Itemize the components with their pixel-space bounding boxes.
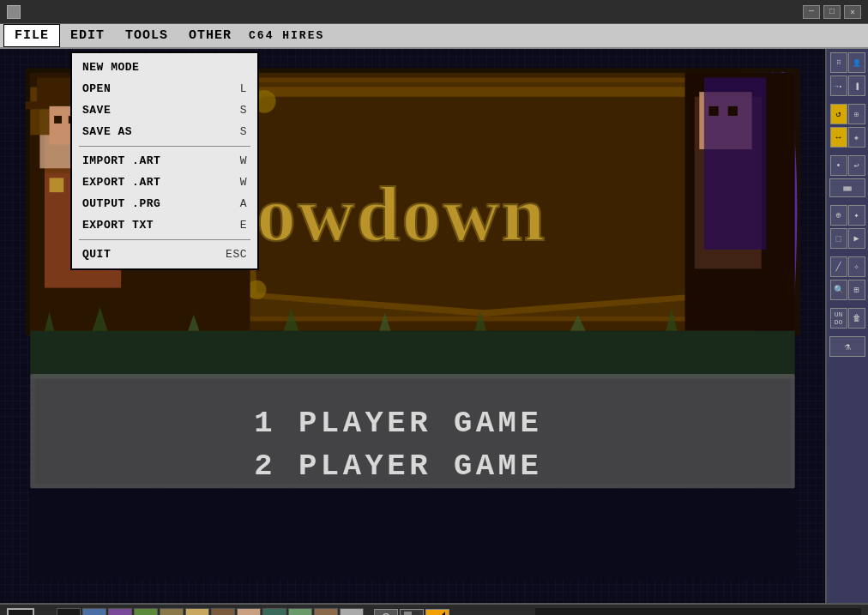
menu-open[interactable]: OPEN L	[72, 78, 257, 99]
circle-tool[interactable]: ↩	[848, 155, 865, 176]
svg-rect-33	[30, 331, 794, 379]
rotate-ccw-tool[interactable]: ↺	[830, 104, 847, 124]
zoom-tool[interactable]: 🔍	[830, 280, 847, 300]
dots-tool[interactable]: ⠿	[830, 52, 847, 73]
open-shortcut: L	[240, 82, 247, 95]
menu-tools[interactable]: TOOLS	[115, 25, 178, 46]
export-txt-shortcut: E	[240, 219, 247, 232]
close-button[interactable]: ✕	[844, 5, 861, 19]
svg-text:1 PLAYER GAME: 1 PLAYER GAME	[254, 406, 542, 441]
checkerboard-tool[interactable]: ▦▦	[829, 178, 865, 197]
color-palette	[57, 608, 364, 615]
separator-2	[79, 239, 250, 240]
palette-color-purple[interactable]	[108, 608, 132, 615]
figure-tool[interactable]: 👤	[848, 52, 865, 73]
app-container: FILE EDIT TOOLS OTHER C64 HIRES NEW MODE…	[0, 24, 868, 615]
palette-color-peach[interactable]	[237, 608, 261, 615]
svg-text:howdown: howdown	[211, 171, 546, 257]
import-art-shortcut: w	[240, 154, 247, 167]
right-toolbar: ⠿ 👤 →• ▐ ↺ ⊞ ↔ ◈ • ↩	[825, 49, 868, 603]
fg-color-swatch[interactable]	[7, 608, 34, 615]
menu-export-art[interactable]: EXPORT .art W	[72, 172, 257, 193]
canvas-mode-title: C64 HIRES	[249, 29, 324, 42]
svg-rect-32	[728, 106, 738, 116]
palette-color-black[interactable]	[57, 608, 81, 615]
question-mark-button[interactable]: ?	[374, 609, 398, 615]
svg-rect-41	[412, 612, 419, 615]
minimize-button[interactable]: ─	[803, 5, 820, 19]
svg-rect-24	[50, 178, 64, 192]
menu-output-prg[interactable]: OUTPUT .prg A	[72, 193, 257, 214]
special-tool[interactable]: ◈	[848, 127, 865, 148]
new-mode-label: NEW MODE	[82, 61, 139, 74]
menu-new-mode[interactable]: NEW MODE	[72, 57, 257, 78]
save-as-label: SAVE AS	[82, 125, 132, 138]
palette-color-green[interactable]	[134, 608, 158, 615]
menu-save-as[interactable]: SAVE AS s	[72, 121, 257, 142]
output-prg-label: OUTPUT .prg	[82, 197, 160, 210]
palette-color-medium-brown[interactable]	[314, 608, 338, 615]
open-label: OPEN	[82, 82, 111, 95]
svg-text:2 PLAYER GAME: 2 PLAYER GAME	[254, 449, 542, 484]
menu-save[interactable]: SAVE S	[72, 99, 257, 121]
menu-file[interactable]: FILE	[3, 24, 60, 47]
palette-color-teal[interactable]	[262, 608, 286, 615]
select-rect-tool[interactable]: ⬚	[830, 228, 847, 249]
trash-button[interactable]: 🗑	[848, 308, 865, 329]
palette-color-gold[interactable]	[185, 608, 209, 615]
menu-other[interactable]: OTHER	[178, 25, 242, 46]
dot-tool[interactable]: •	[830, 155, 847, 176]
separator-1	[79, 146, 250, 147]
checkerboard-bottom-btn[interactable]	[400, 609, 424, 615]
palette-color-blue[interactable]	[82, 608, 106, 615]
grid-settings[interactable]: ⊞	[848, 104, 865, 124]
import-art-label: IMPORT .art	[82, 154, 160, 167]
svg-rect-31	[708, 106, 718, 116]
sparkle-tool[interactable]: ✧	[848, 256, 865, 277]
export-art-shortcut: W	[240, 176, 247, 189]
bottom-right-area	[535, 608, 861, 615]
svg-marker-43	[430, 612, 445, 615]
svg-rect-39	[404, 612, 412, 615]
bottom-bar: ? ↻ ◀ ▶	[0, 603, 868, 615]
svg-rect-38	[30, 489, 794, 580]
line-draw-tool[interactable]: ╱	[830, 256, 847, 277]
export-txt-label: EXPORT TXT	[82, 219, 154, 232]
corner-triangle-btn[interactable]	[425, 609, 449, 615]
window-controls: ─ □ ✕	[803, 5, 861, 19]
arrow-dot-tool[interactable]: →•	[830, 75, 847, 96]
quit-shortcut: esc	[226, 248, 247, 261]
palette-color-light-green[interactable]	[288, 608, 312, 615]
arrow-right-tool[interactable]: ▶	[848, 228, 865, 249]
bottom-tool-row-1: ?	[374, 609, 449, 615]
svg-rect-30	[704, 77, 766, 250]
maximize-button[interactable]: □	[823, 5, 841, 19]
save-as-shortcut: s	[240, 125, 247, 138]
palette-color-gray[interactable]	[340, 608, 364, 615]
menu-export-txt[interactable]: EXPORT TXT E	[72, 214, 257, 236]
bottom-tools-group: ? ↻ ◀ ▶	[374, 609, 449, 615]
palette-color-brown[interactable]	[211, 608, 235, 615]
file-dropdown-menu: NEW MODE OPEN L SAVE S SAVE AS s IMPORT …	[70, 51, 259, 270]
menu-edit[interactable]: EDIT	[60, 25, 115, 46]
app-icon	[7, 5, 21, 19]
output-prg-shortcut: A	[240, 197, 247, 210]
save-label: SAVE	[82, 104, 111, 117]
title-bar: ─ □ ✕	[0, 0, 868, 24]
selected-colors	[7, 608, 50, 615]
save-shortcut: S	[240, 104, 247, 117]
palette-color-tan[interactable]	[160, 608, 184, 615]
export-art-label: EXPORT .art	[82, 176, 160, 189]
crosshair-add-tool[interactable]: ⊕	[830, 205, 847, 226]
title-bar-left	[7, 5, 21, 19]
crosshair-sparkle-tool[interactable]: ✦	[848, 205, 865, 226]
menu-import-art[interactable]: IMPORT .art w	[72, 150, 257, 172]
quit-label: QUIT	[82, 248, 111, 261]
svg-rect-20	[54, 116, 62, 124]
undo-button[interactable]: UNDO	[830, 308, 847, 329]
flip-tool[interactable]: ↔	[830, 127, 847, 148]
pixel-grid-tool[interactable]: ⊞	[848, 280, 865, 300]
menu-quit[interactable]: QUIT esc	[72, 244, 257, 265]
eyedropper-tool[interactable]: ⚗	[829, 336, 865, 357]
person-silhouette[interactable]: ▐	[848, 75, 865, 96]
